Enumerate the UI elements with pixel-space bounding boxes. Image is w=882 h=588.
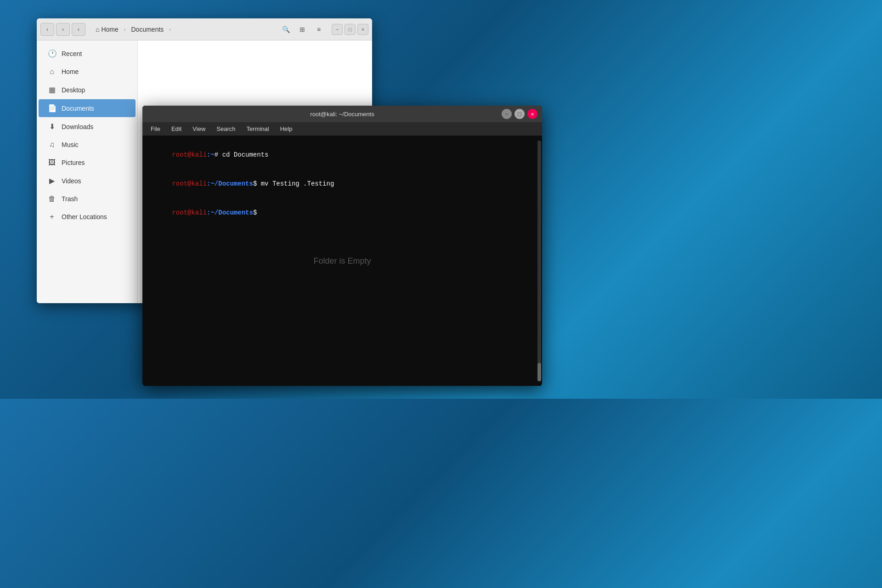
sidebar-label-documents: Documents [62, 105, 94, 112]
terminal-titlebar: root@kali: ~/Documents − □ × [142, 106, 542, 122]
terminal-path-2: :~/Documents [207, 180, 253, 187]
sidebar-icon-other: + [48, 213, 56, 221]
terminal-scrollbar-thumb[interactable] [537, 363, 541, 381]
terminal-menu-search[interactable]: Search [212, 124, 240, 134]
breadcrumb-separator: › [124, 27, 126, 32]
sidebar-item-recent[interactable]: 🕐Recent [39, 45, 136, 62]
breadcrumb: ⌂ Home › Documents › [91, 24, 273, 35]
terminal-cmd-2: $ mv Testing .Testing [253, 180, 334, 187]
terminal-path-3: :~/Documents [207, 209, 253, 216]
forward-button[interactable]: › [56, 23, 70, 36]
terminal-line-2: root@kali:~/Documents$ mv Testing .Testi… [149, 170, 536, 198]
terminal-content[interactable]: root@kali:~# cd Documents root@kali:~/Do… [142, 136, 542, 386]
terminal-minimize-button[interactable]: − [502, 109, 512, 119]
sidebar-item-home[interactable]: ⌂Home [39, 63, 136, 80]
sidebar-item-videos[interactable]: ▶Videos [39, 172, 136, 190]
terminal-menubar: FileEditViewSearchTerminalHelp [142, 122, 542, 136]
sidebar-item-music[interactable]: ♫Music [39, 136, 136, 153]
terminal-window: root@kali: ~/Documents − □ × FileEditVie… [142, 106, 542, 386]
breadcrumb-documents-label: Documents [131, 26, 164, 33]
terminal-close-button[interactable]: × [527, 109, 537, 119]
sidebar-item-trash[interactable]: 🗑Trash [39, 190, 136, 208]
back-button[interactable]: ‹ [40, 23, 54, 36]
terminal-cmd-3: $ [253, 209, 261, 216]
home-icon: ⌂ [96, 26, 99, 33]
sidebar-label-music: Music [62, 141, 79, 148]
sidebar-icon-videos: ▶ [48, 176, 56, 185]
sidebar: 🕐Recent⌂Home▦Desktop📄Documents⬇Downloads… [37, 40, 138, 303]
sidebar-item-downloads[interactable]: ⬇Downloads [39, 118, 136, 136]
sidebar-icon-recent: 🕐 [48, 49, 56, 58]
sidebar-icon-home: ⌂ [48, 68, 56, 76]
terminal-maximize-button[interactable]: □ [514, 109, 525, 119]
folder-empty-message: Folder is Empty [313, 256, 371, 266]
sidebar-label-other: Other Locations [62, 213, 107, 220]
sidebar-icon-downloads: ⬇ [48, 122, 56, 131]
search-button[interactable]: 🔍 [278, 23, 293, 36]
sidebar-label-trash: Trash [62, 195, 78, 203]
terminal-menu-help[interactable]: Help [276, 124, 297, 134]
breadcrumb-home-label: Home [101, 26, 118, 33]
sidebar-icon-trash: 🗑 [48, 195, 56, 203]
file-manager-titlebar: ‹ › ‹ ⌂ Home › Documents › 🔍 ⊞ ≡ − □ × [37, 18, 372, 40]
sidebar-icon-desktop: ▦ [48, 85, 56, 94]
sidebar-icon-music: ♫ [48, 141, 56, 149]
breadcrumb-documents[interactable]: Documents [127, 24, 169, 35]
breadcrumb-home[interactable]: ⌂ Home [91, 24, 123, 35]
sidebar-item-pictures[interactable]: 🖼Pictures [39, 154, 136, 171]
terminal-menu-terminal[interactable]: Terminal [242, 124, 274, 134]
terminal-scrollbar[interactable] [537, 141, 541, 381]
terminal-prompt-2: root@kali [172, 180, 207, 187]
minimize-button[interactable]: − [332, 24, 343, 35]
window-controls: − □ × [332, 24, 368, 35]
sidebar-item-other[interactable]: +Other Locations [39, 208, 136, 226]
toolbar-right: 🔍 ⊞ ≡ [278, 23, 326, 36]
terminal-menu-edit[interactable]: Edit [167, 124, 186, 134]
sidebar-label-downloads: Downloads [62, 123, 93, 130]
terminal-path-1: :~ [207, 151, 215, 158]
sidebar-label-pictures: Pictures [62, 159, 85, 166]
breadcrumb-end-arrow: › [169, 27, 171, 32]
maximize-button[interactable]: □ [345, 24, 356, 35]
view-grid-button[interactable]: ⊞ [295, 23, 310, 36]
sidebar-label-recent: Recent [62, 50, 82, 57]
terminal-menu-view[interactable]: View [188, 124, 210, 134]
sidebar-label-desktop: Desktop [62, 86, 85, 94]
sidebar-item-documents[interactable]: 📄Documents [39, 99, 136, 117]
terminal-window-controls: − □ × [502, 109, 537, 119]
sidebar-icon-documents: 📄 [48, 104, 56, 113]
terminal-menu-file[interactable]: File [146, 124, 165, 134]
close-button[interactable]: × [357, 24, 368, 35]
sidebar-item-desktop[interactable]: ▦Desktop [39, 81, 136, 99]
terminal-line-1: root@kali:~# cd Documents [149, 141, 536, 170]
up-button[interactable]: ‹ [72, 23, 85, 36]
terminal-title: root@kali: ~/Documents [148, 111, 537, 118]
terminal-prompt-3: root@kali [172, 209, 207, 216]
sidebar-label-videos: Videos [62, 177, 81, 185]
terminal-line-3: root@kali:~/Documents$ [149, 198, 536, 227]
view-list-button[interactable]: ≡ [311, 23, 326, 36]
terminal-prompt-1: root@kali [172, 151, 207, 158]
sidebar-icon-pictures: 🖼 [48, 158, 56, 167]
terminal-cmd-1: # cd Documents [215, 151, 269, 158]
sidebar-label-home: Home [62, 68, 79, 75]
